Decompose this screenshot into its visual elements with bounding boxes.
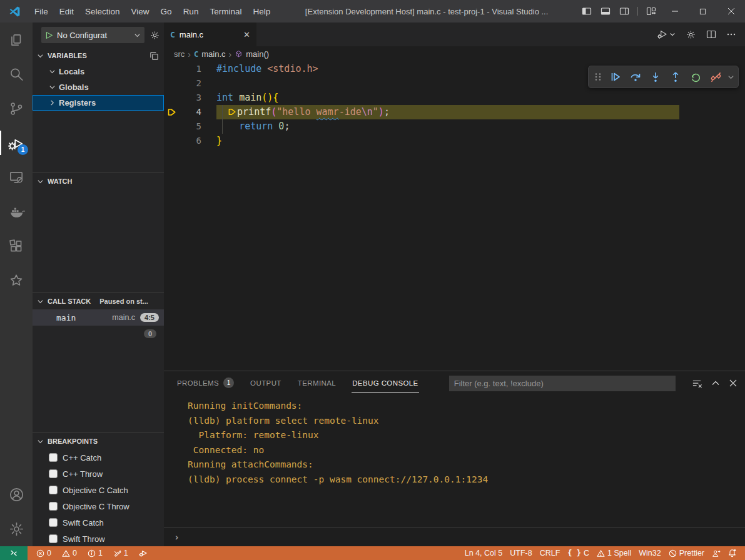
continue-button[interactable] (606, 68, 625, 86)
panel-tab-debug-console[interactable]: DEBUG CONSOLE (352, 374, 419, 393)
activity-remote-explorer-icon[interactable] (0, 160, 33, 194)
status-1-spell[interactable]: 1 Spell (593, 549, 635, 558)
step-over-button[interactable] (626, 68, 645, 86)
stack-frame-row[interactable]: main main.c 4:5 (33, 309, 164, 326)
activity-docker-icon[interactable] (0, 194, 33, 229)
thread-row[interactable]: 0 (33, 326, 164, 342)
debug-toolbar-drag-handle[interactable] (591, 72, 605, 82)
clear-console-icon[interactable] (692, 378, 702, 389)
status-debug-status-icon[interactable] (135, 549, 151, 558)
menu-terminal[interactable]: Terminal (204, 4, 247, 19)
status-feedback-icon[interactable] (708, 549, 724, 558)
disconnect-button[interactable] (706, 68, 725, 86)
status-c[interactable]: { }C (564, 549, 593, 558)
open-launch-json-gear-icon[interactable] (150, 30, 160, 41)
close-tab-icon[interactable]: ✕ (243, 30, 250, 39)
status-win32[interactable]: Win32 (635, 549, 664, 558)
status-1[interactable]: 1 (84, 549, 106, 558)
split-editor-icon[interactable] (706, 29, 716, 39)
maximize-button[interactable] (689, 0, 717, 22)
menu-file[interactable]: File (29, 4, 54, 19)
menu-help[interactable]: Help (247, 4, 276, 19)
panel-tab-problems[interactable]: PROBLEMS1 (176, 372, 235, 394)
activity-search-icon[interactable] (0, 57, 33, 91)
menu-selection[interactable]: Selection (79, 4, 126, 19)
tab-main-c[interactable]: C main.c ✕ (164, 22, 256, 46)
variables-section-header[interactable]: VARIABLES (33, 48, 164, 64)
breadcrumb-file[interactable]: main.c (201, 49, 225, 59)
breakpoint-checkbox[interactable] (49, 486, 58, 494)
debug-console-input[interactable]: › (164, 528, 745, 546)
close-window-button[interactable] (717, 0, 745, 22)
activity-extensions-icon[interactable] (0, 229, 33, 263)
status-0[interactable]: 0 (33, 549, 55, 558)
run-or-debug-button[interactable] (657, 29, 676, 40)
menu-edit[interactable]: Edit (54, 4, 79, 19)
breakpoint-row[interactable]: Objective C Throw (33, 498, 164, 514)
breakpoint-row[interactable]: Swift Throw (33, 531, 164, 546)
restart-button[interactable] (686, 68, 705, 86)
step-into-button[interactable] (646, 68, 665, 86)
panel-tab-output[interactable]: OUTPUT (250, 374, 282, 393)
breakpoint-row[interactable]: Swift Catch (33, 514, 164, 531)
breakpoint-checkbox[interactable] (49, 469, 58, 478)
close-panel-icon[interactable] (729, 379, 737, 388)
status-utf-8[interactable]: UTF-8 (506, 549, 535, 558)
activity-favorites-icon[interactable] (0, 263, 33, 298)
status-0[interactable]: 0 (58, 549, 81, 558)
code-line[interactable]: 6} (164, 134, 745, 148)
toggle-panel-icon[interactable] (596, 0, 615, 22)
breakpoint-checkbox[interactable] (49, 502, 58, 511)
more-actions-icon[interactable] (726, 29, 736, 39)
collapse-all-icon[interactable] (150, 51, 159, 61)
status-ln-4-col-5[interactable]: Ln 4, Col 5 (461, 549, 506, 558)
activity-settings-icon[interactable] (0, 512, 33, 546)
maximize-panel-icon[interactable] (711, 379, 720, 388)
activity-run-and-debug-icon[interactable]: 1 (0, 126, 33, 160)
status-bell-icon[interactable] (724, 549, 740, 558)
breakpoint-row[interactable]: C++ Throw (33, 466, 164, 482)
status-crlf[interactable]: CRLF (536, 549, 564, 558)
code-line-current[interactable]: 4 printf("hello wamr-ide\n"); (164, 105, 745, 119)
variables-item-globals[interactable]: Globals (33, 79, 164, 95)
variables-item-registers[interactable]: Registers (33, 95, 164, 111)
panel-tab-terminal[interactable]: TERMINAL (297, 374, 337, 393)
breakpoint-row[interactable]: C++ Catch (33, 449, 164, 466)
breakpoints-section-header[interactable]: BREAKPOINTS (33, 433, 164, 449)
breadcrumb-folder[interactable]: src (174, 49, 185, 59)
minimize-button[interactable] (661, 0, 689, 22)
launch-configuration-dropdown[interactable]: No Configurat (41, 27, 144, 43)
breakpoint-checkbox[interactable] (49, 518, 58, 527)
activity-explorer-icon[interactable] (0, 22, 33, 57)
step-out-button[interactable] (666, 68, 685, 86)
remote-indicator[interactable] (0, 546, 28, 560)
code-line[interactable]: 5 return 0; (164, 119, 745, 134)
menu-go[interactable]: Go (155, 4, 178, 19)
toggle-secondary-sidebar-icon[interactable] (615, 0, 634, 22)
status-prettier[interactable]: Prettier (665, 549, 708, 558)
activity-accounts-icon[interactable] (0, 478, 33, 512)
debug-current-frame-arrow-icon[interactable] (164, 108, 179, 117)
breadcrumb[interactable]: src › C main.c › main() (164, 46, 745, 62)
chevron-right-icon (47, 99, 57, 106)
breakpoint-row[interactable]: Objective C Catch (33, 482, 164, 498)
call-stack-section-header[interactable]: CALL STACK Paused on st... (33, 293, 164, 309)
breakpoint-checkbox[interactable] (49, 534, 58, 543)
menu-run[interactable]: Run (178, 4, 205, 19)
watch-section-header[interactable]: WATCH (33, 173, 164, 189)
window-title: [Extension Development Host] main.c - te… (276, 7, 577, 16)
variables-item-locals[interactable]: Locals (33, 64, 164, 79)
code-editor[interactable]: 1#include <stdio.h>23int main(){4 printf… (164, 62, 745, 371)
debug-console-filter-input[interactable] (449, 376, 676, 391)
editor-settings-gear-icon[interactable] (686, 29, 696, 40)
customize-layout-icon[interactable] (642, 0, 661, 22)
status-1[interactable]: 1 (109, 549, 132, 558)
debug-session-chevron-icon[interactable] (727, 74, 734, 81)
breakpoint-checkbox[interactable] (49, 453, 58, 462)
toggle-sidebar-icon[interactable] (577, 0, 596, 22)
debug-console-output[interactable]: Running initCommands:(lldb) platform sel… (164, 395, 745, 528)
code-line[interactable]: 3int main(){ (164, 91, 745, 105)
activity-source-control-icon[interactable] (0, 91, 33, 126)
menu-view[interactable]: View (126, 4, 155, 19)
breadcrumb-symbol[interactable]: main() (246, 49, 269, 59)
